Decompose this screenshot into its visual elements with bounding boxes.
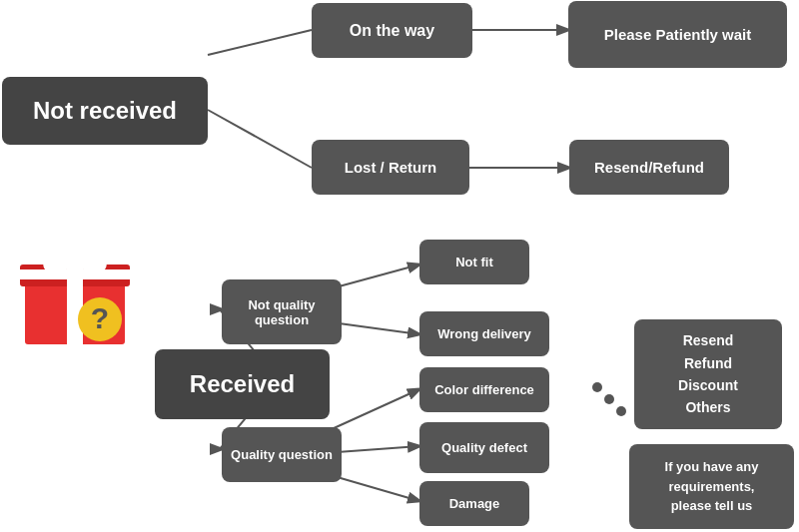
svg-point-13 [592, 382, 602, 392]
gift-box-icon: ? [15, 230, 135, 349]
wrong-delivery-node: Wrong delivery [419, 311, 549, 356]
svg-line-2 [208, 110, 312, 168]
not-fit-node: Not fit [419, 240, 529, 284]
svg-line-0 [208, 30, 312, 55]
not-quality-question-node: Not quality question [222, 279, 342, 344]
not-received-node: Not received [2, 77, 208, 145]
svg-rect-19 [20, 269, 130, 279]
svg-point-22 [67, 254, 83, 269]
svg-text:?: ? [91, 301, 109, 334]
received-node: Received [155, 349, 330, 419]
if-requirements-node: If you have any requirements, please tel… [629, 444, 794, 529]
resend-refund-options-node: Resend Refund Discount Others [634, 319, 782, 429]
resend-refund-top-node: Resend/Refund [569, 140, 729, 195]
please-wait-node: Please Patiently wait [568, 1, 787, 68]
svg-point-14 [604, 394, 614, 404]
quality-defect-node: Quality defect [419, 422, 549, 473]
quality-question-node: Quality question [222, 427, 342, 482]
lost-return-node: Lost / Return [312, 140, 469, 195]
on-the-way-node: On the way [312, 3, 472, 58]
damage-node: Damage [419, 481, 529, 526]
svg-point-15 [616, 406, 626, 416]
color-difference-node: Color difference [419, 367, 549, 412]
